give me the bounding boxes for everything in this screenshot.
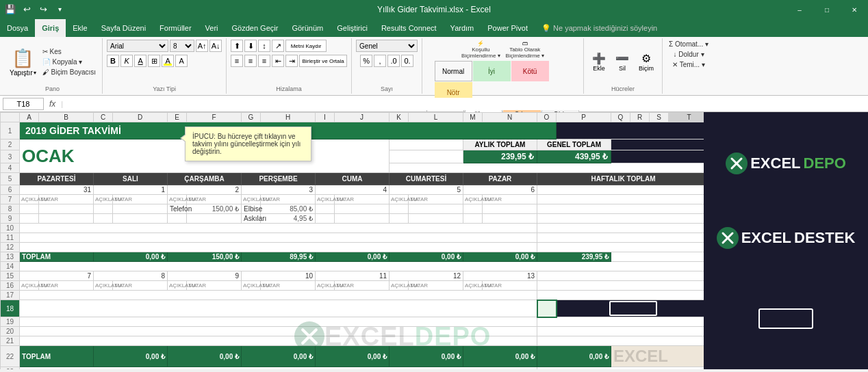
minimize-button[interactable]: – — [786, 0, 813, 19]
font-family-select[interactable]: Arial — [107, 40, 168, 52]
col-I[interactable]: I — [316, 113, 335, 122]
cell-9m[interactable] — [463, 214, 483, 224]
cell-9h-amount[interactable]: 4,95 ₺ — [261, 214, 316, 224]
thousands-button[interactable]: , — [374, 55, 386, 67]
number-format-select[interactable]: Genel — [356, 40, 418, 52]
increase-indent[interactable]: ⇥ — [285, 55, 298, 67]
clear-button[interactable]: ✕ Temi... ▾ — [670, 60, 707, 69]
cell-9e[interactable] — [168, 214, 187, 224]
cell-8n[interactable] — [483, 204, 537, 214]
w2-date-13[interactable]: 13 — [463, 271, 537, 281]
tab-gelistirici[interactable]: Geliştirici — [330, 19, 374, 37]
wrap-text[interactable]: Metni Kaydır — [285, 40, 327, 52]
cut-button[interactable]: ✂ Kes — [40, 47, 98, 56]
col-E[interactable]: E — [168, 113, 187, 122]
cell-9d[interactable] — [113, 214, 168, 224]
w2-date-7[interactable]: 7 — [20, 271, 94, 281]
row20-empty[interactable] — [20, 327, 537, 336]
cell-8a[interactable] — [20, 204, 39, 214]
cell-8j[interactable] — [335, 204, 390, 214]
cell-9a[interactable] — [20, 214, 39, 224]
text-direction[interactable]: ↗ — [272, 40, 284, 52]
tab-power-pivot[interactable]: Power Pivot — [481, 19, 535, 37]
cell-9l[interactable] — [409, 214, 463, 224]
cell-8b[interactable] — [39, 204, 94, 214]
percent-button[interactable]: % — [360, 55, 372, 67]
col-L[interactable]: L — [409, 113, 463, 122]
exceldepo-logo[interactable]: EXCEL DEPO — [726, 152, 846, 174]
cell-9b[interactable] — [39, 214, 94, 224]
underline-button[interactable]: A — [134, 55, 146, 67]
fill-color-button[interactable]: A — [162, 55, 174, 67]
qat-save[interactable]: 💾 — [3, 1, 18, 16]
col-N[interactable]: N — [483, 113, 537, 122]
cell-9n[interactable] — [483, 214, 537, 224]
col-K[interactable]: K — [390, 113, 409, 122]
cell-8k[interactable] — [390, 204, 409, 214]
cell-8m[interactable] — [463, 204, 483, 214]
paste-button[interactable]: 📋 Yapıştır ▾ — [7, 46, 39, 78]
format-painter-button[interactable]: 🖌 Biçim Boyacısı — [40, 68, 98, 77]
cell-8l[interactable] — [409, 204, 463, 214]
tab-search[interactable]: 💡 Ne yapmak istediğinizi söyleyin — [535, 19, 664, 37]
cell-9f[interactable] — [187, 214, 242, 224]
row12-empty[interactable] — [20, 243, 537, 252]
row18-empty[interactable] — [20, 300, 537, 317]
col-T[interactable]: T — [669, 113, 704, 122]
cell-9j[interactable] — [335, 214, 390, 224]
qat-customize[interactable]: ▾ — [52, 1, 67, 16]
col-D[interactable]: D — [113, 113, 168, 122]
cell-8h-amount[interactable]: 85,00 ₺ — [261, 204, 316, 214]
italic-button[interactable]: K — [120, 55, 133, 67]
row14-empty[interactable] — [20, 262, 704, 271]
decrease-indent[interactable]: ⇤ — [272, 55, 284, 67]
font-size-increase[interactable]: A↑ — [196, 40, 208, 52]
align-bottom[interactable]: ↕ — [258, 40, 270, 52]
row23-empty[interactable] — [20, 367, 537, 370]
col-A[interactable]: A — [20, 113, 39, 122]
date-1[interactable]: 1 — [94, 185, 168, 195]
tab-gozden-gecir[interactable]: Gözden Geçir — [225, 19, 285, 37]
increase-decimal[interactable]: .0 — [387, 55, 400, 67]
autosum-button[interactable]: Σ Otomat... ▾ — [667, 40, 711, 49]
conditional-format-button[interactable]: ⚡KoşulluBiçimlendirme ▾ — [459, 40, 502, 59]
cell-8i[interactable] — [316, 204, 335, 214]
cell-9g-askilari[interactable]: Askıları — [242, 214, 261, 224]
format-cells-button[interactable]: ⚙ Biçim — [635, 51, 658, 73]
col-M[interactable]: M — [463, 113, 483, 122]
col-P[interactable]: P — [557, 113, 611, 122]
tab-yardim[interactable]: Yardım — [444, 19, 481, 37]
w2-date-11[interactable]: 11 — [316, 271, 390, 281]
cell-9c[interactable] — [94, 214, 113, 224]
formula-input[interactable] — [66, 98, 865, 110]
date-5[interactable]: 5 — [390, 185, 463, 195]
w2-date-12[interactable]: 12 — [390, 271, 463, 281]
w2-date-9[interactable]: 9 — [168, 271, 242, 281]
cell-8d[interactable] — [113, 204, 168, 214]
col-R[interactable]: R — [630, 113, 650, 122]
cell-9i[interactable] — [316, 214, 335, 224]
bold-button[interactable]: B — [107, 55, 119, 67]
align-top[interactable]: ⬆ — [231, 40, 243, 52]
copy-button[interactable]: 📄 Kopyala ▾ — [40, 57, 98, 66]
date-3[interactable]: 3 — [242, 185, 316, 195]
tab-results[interactable]: Results Connect — [374, 19, 444, 37]
col-H[interactable]: H — [261, 113, 316, 122]
qat-redo[interactable]: ↪ — [36, 1, 51, 16]
style-iyi[interactable]: İyi — [473, 61, 511, 81]
date-31[interactable]: 31 — [20, 185, 94, 195]
table-format-button[interactable]: 🗃Tablo OlarakBiçimlendirme ▾ — [504, 40, 546, 59]
tab-formuller[interactable]: Formüller — [153, 19, 198, 37]
w2-date-8[interactable]: 8 — [94, 271, 168, 281]
row10-empty[interactable] — [20, 224, 537, 233]
row11-empty[interactable] — [20, 233, 537, 243]
cell-8g-elbise[interactable]: Elbise — [242, 204, 261, 214]
cell-t18[interactable] — [537, 300, 557, 317]
row21-empty[interactable] — [20, 336, 537, 346]
align-center[interactable]: ≡ — [244, 55, 257, 67]
font-color-button[interactable]: A — [175, 55, 188, 67]
insert-cells-button[interactable]: ➕ Ekle — [588, 51, 610, 73]
decrease-decimal[interactable]: 0. — [401, 55, 413, 67]
col-O[interactable]: O — [537, 113, 557, 122]
qat-undo[interactable]: ↩ — [19, 1, 34, 16]
